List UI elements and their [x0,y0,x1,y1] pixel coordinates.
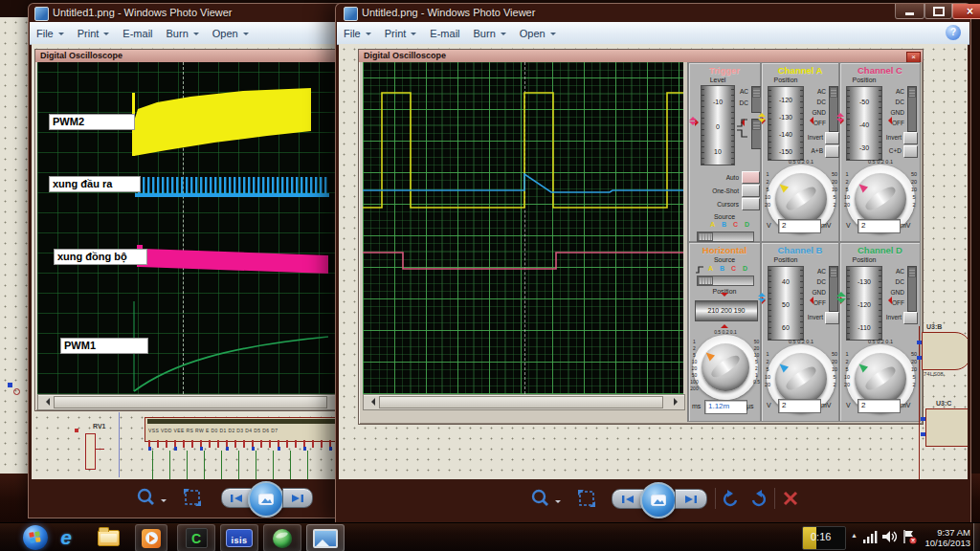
menu-print[interactable]: Print [378,22,424,44]
trace-channel-c [363,253,683,269]
scroll-right-icon[interactable] [674,398,681,406]
knob-scale-right: 50 20 10 5 2 [830,170,839,209]
bus-line [119,412,120,477]
internet-explorer-icon: e [60,526,72,549]
slideshow-button[interactable] [248,481,284,518]
taskbar-ie-button[interactable]: e [55,525,78,550]
source-c: C [733,221,738,228]
slideshow-icon [651,495,666,506]
menu-print[interactable]: Print [71,22,117,44]
rv1-wiper [95,449,104,450]
slideshow-button[interactable] [640,482,677,518]
fit-icon [182,487,203,508]
left-titlebar[interactable]: Untitled1.png - Windows Photo Viewer [29,4,345,22]
channel-d-gain-knob[interactable] [855,353,906,405]
volume-icon[interactable] [882,530,897,543]
next-button[interactable] [282,488,313,508]
channel-c-sum-button[interactable] [903,145,918,158]
tray-timer-widget[interactable]: 0:16 [802,526,846,550]
taskbar-explorer-button[interactable] [96,525,121,550]
show-desktop-button[interactable] [973,523,980,551]
channel-c-coupling-switch[interactable] [907,86,917,132]
channel-d-coupling-switch[interactable] [907,266,917,312]
channel-b-invert-button[interactable] [825,312,839,324]
help-button[interactable]: ? [946,25,961,40]
previous-button[interactable] [612,489,644,509]
delete-button[interactable] [780,488,801,509]
taskbar-isis-button[interactable]: isis [220,524,258,551]
scroll-left-icon[interactable] [368,398,375,406]
channel-d-position-slider[interactable]: -130 -120 -110 [846,266,882,341]
channel-a-invert-button[interactable] [825,132,839,144]
menu-email[interactable]: E-mail [423,22,466,44]
channel-b-position-slider[interactable]: 40 50 60 [768,266,804,341]
rotate-cw-button[interactable] [747,488,768,509]
tray-time: 9:37 AM [917,527,970,538]
channel-d-invert-button[interactable] [903,312,918,324]
unit-right: mV [901,402,911,408]
menu-file[interactable]: File [30,22,71,44]
maximize-icon [933,7,945,16]
channel-c-invert-button[interactable] [903,132,918,144]
trace-label-pwm2: PWM2 [49,114,135,130]
network-icon[interactable] [863,530,878,543]
fit-to-window-button[interactable] [182,487,203,508]
trace-label-xung-dong-bo: xung đồng bộ [54,249,147,265]
trigger-level-slider[interactable]: -10 0 10 [701,85,735,165]
taskbar-codevision-button[interactable]: C [177,524,215,551]
menu-open[interactable]: Open [206,22,256,44]
fit-to-window-button[interactable] [576,488,597,509]
next-button[interactable] [675,489,707,509]
scroll-thumb[interactable] [379,396,663,408]
unit-right: µs [746,403,754,409]
minimize-button[interactable] [895,4,924,19]
caption-buttons: × [895,4,980,19]
left-oscilloscope-window: Digital Oscilloscope PWM2 xung đầu ra [34,49,343,411]
switch-thumb [908,267,916,277]
tray-expand-button[interactable]: ▲ [851,532,858,539]
rotate-ccw-button[interactable] [721,488,742,509]
trigger-source-slider[interactable] [697,231,754,242]
timebase-knob[interactable] [702,343,749,391]
scroll-left-icon[interactable] [42,398,50,406]
horizontal-position-display[interactable]: 210 200 190 [695,300,758,321]
taskbar-proteus-button[interactable] [263,524,301,551]
tray-clock[interactable]: 9:37 AM 10/16/2013 [917,527,970,548]
menu-email[interactable]: E-mail [116,22,159,44]
zoom-caret-icon[interactable] [161,499,167,505]
channel-c-gain-knob[interactable] [855,173,906,225]
menu-file[interactable]: File [337,22,378,44]
maximize-button[interactable] [924,4,952,19]
unit-left: V [846,222,851,229]
horizontal-source-slider[interactable] [697,276,754,286]
auto-label: Auto [697,174,739,181]
start-button[interactable] [23,525,48,550]
one-shot-button[interactable] [742,185,760,197]
media-player-icon [142,529,161,548]
unit-left: V [767,222,771,229]
menu-burn[interactable]: Burn [467,22,513,44]
cursors-button[interactable] [742,198,760,210]
taskbar-wmp-button[interactable] [135,524,167,551]
switch-thumb [830,267,837,277]
menu-open[interactable]: Open [513,22,563,44]
knob-scale-left: 1 2 5 10 20 [763,350,772,388]
channel-b-gain-knob[interactable] [775,353,827,405]
action-center-flag-icon[interactable] [902,529,917,544]
zoom-button[interactable] [530,488,551,509]
channel-a-sum-button[interactable] [825,145,839,158]
position-label: Position [846,256,882,263]
scroll-thumb[interactable] [54,396,327,408]
taskbar-photo-viewer-button[interactable] [306,524,345,551]
channel-a-gain-knob[interactable] [775,173,827,225]
left-scope-hscrollbar[interactable] [37,394,340,410]
zoom-caret-icon[interactable] [555,500,561,506]
menu-burn[interactable]: Burn [160,22,206,44]
dropdown-caret-icon [103,33,109,38]
right-titlebar[interactable]: Untitled.png - Windows Photo Viewer × [336,4,970,22]
zoom-button[interactable] [136,487,157,508]
auto-button[interactable] [742,171,760,184]
minimize-icon [905,12,914,15]
close-button[interactable]: × [952,4,980,19]
right-scope-hscrollbar[interactable] [363,394,685,410]
